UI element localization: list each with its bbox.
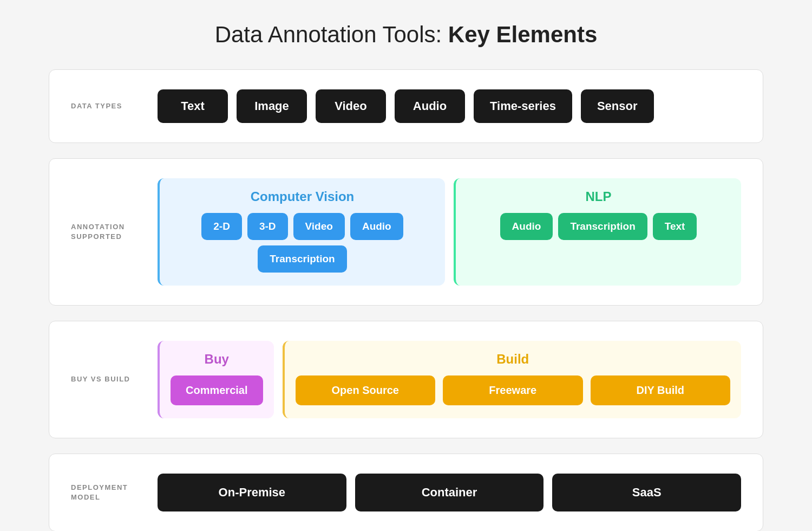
data-types-label: DATA TYPES [71,101,136,111]
nlp-text: Text [653,213,697,240]
cv-2d: 2-D [201,213,242,240]
deployment-label: DEPLOYMENTMODEL [71,483,136,502]
data-type-image: Image [237,89,307,123]
data-type-text: Text [158,89,228,123]
data-types-content: Text Image Video Audio Time-series Senso… [158,89,741,123]
page-title: Data Annotation Tools: Key Elements [49,22,763,48]
deploy-content: On-Premise Container SaaS [158,474,741,511]
deploy-onpremise: On-Premise [158,474,346,511]
cv-3d: 3-D [247,213,288,240]
buy-title: Buy [171,352,263,367]
nlp-title: NLP [467,189,730,204]
cv-audio: Audio [350,213,403,240]
buy-commercial: Commercial [171,375,263,405]
buy-group: Buy Commercial [158,341,274,418]
buybuild-label: BUY VS BUILD [71,374,136,384]
annotation-content: Computer Vision 2-D 3-D Video Audio Tran… [158,178,741,286]
nlp-pills: Audio Transcription Text [467,213,730,240]
deploy-container: Container [355,474,544,511]
build-opensource: Open Source [296,375,436,405]
page-wrapper: Data Annotation Tools: Key Elements DATA… [38,0,774,531]
deployment-section: DEPLOYMENTMODEL On-Premise Container Saa… [49,454,763,531]
deploy-saas: SaaS [552,474,741,511]
cv-title: Computer Vision [171,189,434,204]
data-types-section: DATA TYPES Text Image Video Audio Time-s… [49,69,763,143]
annotation-label: ANNOTATIONSUPPORTED [71,222,136,242]
build-pills: Open Source Freeware DIY Build [296,375,731,405]
cv-group: Computer Vision 2-D 3-D Video Audio Tran… [158,178,445,286]
build-diy: DIY Build [591,375,731,405]
nlp-audio: Audio [500,213,553,240]
annotation-section: ANNOTATIONSUPPORTED Computer Vision 2-D … [49,158,763,306]
cv-video: Video [293,213,345,240]
cv-transcription: Transcription [258,245,346,273]
data-type-sensor: Sensor [581,89,654,123]
data-type-video: Video [316,89,386,123]
buybuild-content: Buy Commercial Build Open Source Freewar… [158,341,741,418]
build-group: Build Open Source Freeware DIY Build [283,341,742,418]
buybuild-section: BUY VS BUILD Buy Commercial Build Open S… [49,321,763,438]
nlp-transcription: Transcription [558,213,647,240]
data-type-audio: Audio [395,89,465,123]
cv-pills: 2-D 3-D Video Audio Transcription [171,213,434,273]
data-type-timeseries: Time-series [474,89,572,123]
build-freeware: Freeware [443,375,583,405]
build-title: Build [296,352,731,367]
nlp-group: NLP Audio Transcription Text [454,178,741,286]
